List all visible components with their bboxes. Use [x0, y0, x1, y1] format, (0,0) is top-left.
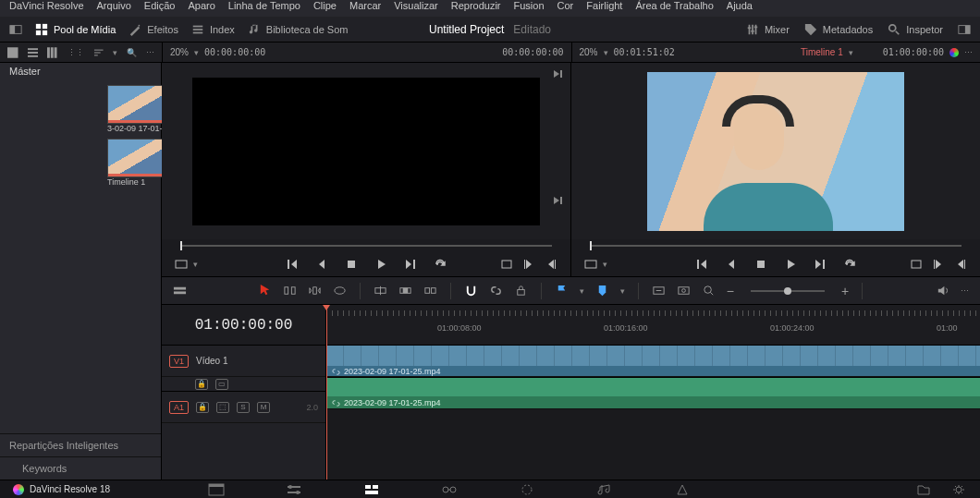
play-icon[interactable] — [784, 258, 797, 271]
menu-item[interactable]: Área de Trabalho — [635, 0, 713, 17]
stop-icon[interactable] — [754, 258, 767, 271]
master-bin[interactable]: Máster — [0, 63, 161, 81]
menu-item[interactable]: Arquivo — [97, 0, 131, 17]
marker-icon[interactable] — [595, 284, 609, 298]
match-frame-icon[interactable] — [910, 258, 923, 271]
loop-icon[interactable] — [843, 258, 856, 271]
src-zoom[interactable]: 20% — [170, 47, 189, 57]
next-frame-icon[interactable] — [404, 258, 417, 271]
menu-item[interactable]: Cor — [557, 0, 574, 17]
loop-icon[interactable] — [434, 258, 447, 271]
solo-button[interactable]: S — [237, 402, 250, 413]
zoom-detail-icon[interactable] — [677, 284, 691, 298]
timeline-view-options-icon[interactable] — [173, 284, 187, 298]
index-tab[interactable]: Index — [191, 23, 235, 36]
audio-track-header[interactable]: A1 🔒 ⬚ S M 2.0 — [162, 392, 325, 423]
program-canvas[interactable] — [647, 72, 904, 231]
first-frame-icon[interactable] — [695, 258, 708, 271]
dynamic-trim-icon[interactable] — [308, 284, 322, 298]
view-thumb-icon[interactable] — [7, 47, 18, 58]
edit-page-icon[interactable] — [363, 483, 380, 496]
a1-badge[interactable]: A1 — [169, 401, 189, 414]
link-icon[interactable] — [489, 284, 503, 298]
track-link-icon[interactable]: ⬚ — [216, 402, 229, 413]
mixer-tab[interactable]: Mixer — [746, 23, 790, 36]
color-page-icon[interactable] — [519, 483, 535, 496]
audio-monitor-icon[interactable] — [936, 284, 949, 298]
project-manager-icon[interactable] — [915, 483, 932, 496]
media-page-icon[interactable] — [208, 483, 225, 496]
prev-frame-icon[interactable] — [315, 258, 328, 271]
insert-icon[interactable] — [374, 284, 387, 298]
in-point-icon[interactable] — [932, 258, 945, 271]
track-lock-icon[interactable]: 🔒 — [195, 379, 208, 390]
audio-track-lane[interactable]: 2023-02-09 17-01-25.mp4 — [326, 378, 980, 409]
menu-item[interactable]: Reproduzir — [451, 0, 501, 17]
prog-zoom[interactable]: 20% — [580, 47, 598, 57]
skip-end-icon[interactable] — [552, 195, 563, 206]
menu-item[interactable]: Marcar — [349, 0, 381, 17]
video-clip[interactable] — [326, 346, 980, 366]
zoom-custom-icon[interactable] — [702, 284, 716, 298]
menu-item[interactable]: Clipe — [313, 0, 337, 17]
video-track-lane[interactable]: 2023-02-09 17-01-25.mp4 — [326, 346, 980, 377]
inspector-tab[interactable]: Inspetor — [888, 23, 943, 36]
next-frame-icon[interactable] — [814, 258, 827, 271]
sound-library-tab[interactable]: Biblioteca de Som — [248, 23, 349, 36]
track-lock-icon[interactable]: 🔒 — [196, 402, 209, 413]
v1-badge[interactable]: V1 — [169, 355, 189, 368]
program-scrubber[interactable] — [590, 245, 962, 247]
view-mode-icon[interactable] — [175, 258, 188, 271]
zoom-slider[interactable] — [751, 290, 825, 292]
zoom-out-icon[interactable]: − — [727, 284, 734, 298]
source-scrubber[interactable] — [180, 245, 552, 247]
sort-icon[interactable] — [93, 47, 104, 58]
flag-icon[interactable] — [555, 284, 569, 298]
skip-next-icon[interactable] — [552, 68, 563, 79]
smart-bins[interactable]: Repartições Inteligentes — [0, 433, 161, 456]
search-icon[interactable]: 🔍 — [127, 48, 137, 57]
menu-item[interactable]: DaVinci Resolve — [9, 0, 84, 17]
color-wheel-icon[interactable] — [949, 48, 959, 57]
cut-page-icon[interactable] — [286, 483, 302, 496]
overwrite-icon[interactable] — [398, 284, 412, 298]
project-settings-icon[interactable] — [950, 483, 967, 496]
stop-icon[interactable] — [345, 258, 358, 271]
menu-item[interactable]: Aparo — [188, 0, 214, 17]
video-track-header[interactable]: V1 Vídeo 1 — [162, 346, 325, 377]
timeline-thumbnail[interactable]: Timeline 1 — [107, 139, 166, 187]
out-point-icon[interactable] — [954, 258, 967, 271]
out-point-icon[interactable] — [545, 258, 557, 271]
match-frame-icon[interactable] — [500, 258, 513, 271]
mute-button[interactable]: M — [257, 402, 270, 413]
clip-thumbnail[interactable]: 3-02-09 17-01- — [107, 85, 166, 133]
track-enable-icon[interactable]: ▭ — [215, 379, 228, 390]
menu-item[interactable]: Fairlight — [586, 0, 622, 17]
fusion-page-icon[interactable] — [441, 483, 458, 496]
view-mode-icon[interactable] — [584, 258, 597, 271]
prev-frame-icon[interactable] — [725, 258, 738, 271]
selection-tool-icon[interactable] — [258, 283, 272, 297]
zoom-fit-icon[interactable] — [652, 284, 666, 298]
blade-tool-icon[interactable] — [333, 284, 347, 298]
menu-item[interactable]: Edição — [144, 0, 176, 17]
playhead[interactable] — [326, 305, 327, 480]
trim-tool-icon[interactable] — [283, 284, 297, 298]
menu-item[interactable]: Ajuda — [727, 0, 753, 17]
in-point-icon[interactable] — [522, 258, 535, 271]
replace-icon[interactable] — [423, 284, 437, 298]
menu-item[interactable]: Visualizar — [394, 0, 438, 17]
deliver-page-icon[interactable] — [674, 483, 691, 496]
media-pool-tab[interactable]: Pool de Mídia — [35, 23, 116, 36]
view-strip-icon[interactable] — [47, 47, 58, 58]
audio-clip[interactable]: 2023-02-09 17-01-25.mp4 — [326, 378, 980, 408]
fairlight-page-icon[interactable] — [596, 483, 613, 496]
timeline-ruler[interactable]: 01:00:08:00 01:00:16:00 01:00:24:00 01:0… — [326, 305, 980, 346]
layout-icon[interactable] — [9, 23, 22, 36]
first-frame-icon[interactable] — [286, 258, 299, 271]
panel-icon[interactable] — [958, 23, 971, 36]
timeline-name[interactable]: Timeline 1 — [801, 47, 843, 57]
view-list-icon[interactable] — [28, 47, 39, 58]
keywords-bin[interactable]: Keywords — [0, 456, 161, 480]
lock-icon[interactable] — [514, 284, 528, 298]
